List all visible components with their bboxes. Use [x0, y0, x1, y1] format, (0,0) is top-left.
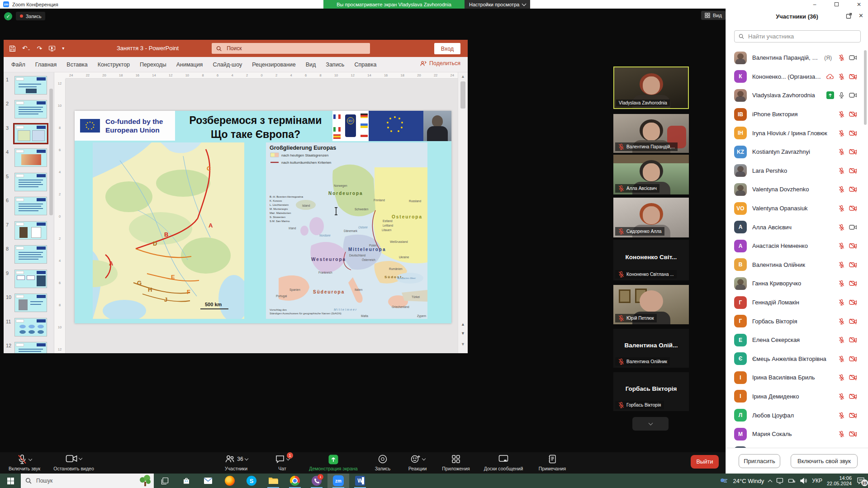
- scrollbar-thumb[interactable]: [460, 81, 465, 109]
- taskbar-app-store[interactable]: [175, 474, 197, 488]
- security-shield-icon[interactable]: ✓: [4, 12, 12, 20]
- ribbon-tab-0[interactable]: Файл: [6, 62, 30, 68]
- close-button[interactable]: ✕: [852, 0, 866, 9]
- video-tile-0[interactable]: Vladyslava Zavhorodnia: [613, 66, 689, 109]
- taskbar-app-mail[interactable]: [197, 474, 219, 488]
- screen-share-button[interactable]: Демонстрация экрана: [300, 454, 366, 473]
- participant-row[interactable]: Valentyna Dovzhenko: [726, 180, 863, 199]
- view-button[interactable]: Вид: [701, 11, 726, 20]
- ribbon-tab-8[interactable]: Вид: [301, 62, 321, 68]
- participant-row[interactable]: Lara Pershko: [726, 161, 863, 180]
- participant-row[interactable]: Г Горбась Вікторія: [726, 312, 863, 331]
- display-tray-icon[interactable]: [776, 478, 783, 484]
- taskbar-app-word[interactable]: W: [349, 474, 371, 488]
- participant-row[interactable]: Л Любов Цоуфал: [726, 406, 863, 425]
- popout-icon[interactable]: [846, 13, 852, 19]
- participant-row[interactable]: В Валентина Олійник: [726, 256, 863, 275]
- taskbar-search-box[interactable]: [21, 474, 154, 488]
- save-icon[interactable]: [9, 45, 16, 52]
- taskbar-clock[interactable]: 14:06 22.05.2024: [827, 475, 852, 487]
- ppt-search-box[interactable]: [212, 43, 370, 54]
- collapse-videos-button[interactable]: [632, 417, 669, 431]
- taskbar-app-chrome[interactable]: [284, 474, 306, 488]
- weather-label[interactable]: 24°C Windy: [733, 478, 764, 484]
- participant-row[interactable]: Vladyslava Zavhorodnia: [726, 86, 863, 105]
- participant-row[interactable]: Е Елена Секерская: [726, 331, 863, 350]
- participant-search-input[interactable]: [747, 33, 856, 40]
- next-slide-button[interactable]: ▼: [461, 331, 465, 336]
- notification-center-button[interactable]: 23: [856, 477, 865, 485]
- language-indicator[interactable]: УКР: [812, 478, 822, 484]
- notes-button[interactable]: Примечания: [532, 454, 573, 473]
- video-tile-6[interactable]: Валентина Олій...Валентина Олійник: [613, 329, 689, 368]
- participant-row[interactable]: IH Iryna Hloviuk / Ірина Гловюк: [726, 123, 863, 142]
- network-tray-icon[interactable]: [788, 478, 795, 484]
- apps-button[interactable]: Приложения: [436, 454, 476, 473]
- recording-indicator[interactable]: Запись: [16, 12, 45, 20]
- ribbon-tab-7[interactable]: Рецензирование: [247, 62, 301, 68]
- ribbon-tab-10[interactable]: Справка: [349, 62, 381, 68]
- slide-thumbnail-10[interactable]: [14, 294, 47, 312]
- participant-row[interactable]: VO Valentyna Opanasiuk: [726, 199, 863, 218]
- ppt-search-input[interactable]: [226, 45, 365, 52]
- chevron-up-icon[interactable]: [422, 457, 425, 460]
- tray-expand-icon[interactable]: [768, 479, 773, 484]
- maximize-button[interactable]: [830, 0, 843, 9]
- slide-thumbnail-2[interactable]: [14, 100, 47, 118]
- slide-thumbnail-6[interactable]: [14, 197, 47, 215]
- participant-row[interactable]: KZ Kostiantyn Zavrazhnyi: [726, 142, 863, 161]
- thumbnail-scrollbar[interactable]: [49, 89, 53, 215]
- volume-tray-icon[interactable]: [800, 478, 807, 484]
- whiteboards-button[interactable]: Доски сообщений: [478, 454, 529, 473]
- participant-row[interactable]: Г Геннадій Ломакін: [726, 293, 863, 312]
- task-view-button[interactable]: [154, 474, 175, 488]
- slide-thumbnail-4[interactable]: [14, 148, 47, 167]
- video-tile-3[interactable]: Сидоренко Алла: [613, 198, 689, 237]
- slide-thumbnail-9[interactable]: [14, 270, 47, 288]
- previous-slide-button[interactable]: ▲: [461, 322, 465, 327]
- start-slideshow-icon[interactable]: [48, 45, 56, 52]
- taskbar-search-input[interactable]: [35, 477, 112, 484]
- participant-row[interactable]: І Ірина Василівна Бриль: [726, 368, 863, 387]
- slide-thumbnail-11[interactable]: [14, 318, 47, 336]
- stop-video-button[interactable]: Остановить видео: [47, 454, 100, 473]
- video-tile-7[interactable]: Горбась ВікторіяГорбась Вікторія: [613, 372, 689, 411]
- record-button[interactable]: Запись: [369, 454, 396, 473]
- participant-row[interactable]: A Алла Авсієвич: [726, 218, 863, 237]
- reactions-button[interactable]: Реакции: [402, 454, 433, 473]
- participant-row[interactable]: A Анастасія Немненко: [726, 237, 863, 256]
- ribbon-tab-3[interactable]: Конструктор: [93, 62, 135, 68]
- leave-button[interactable]: Выйти: [691, 455, 719, 469]
- chevron-up-icon[interactable]: [28, 457, 32, 461]
- slide-thumbnail-1[interactable]: [14, 76, 47, 95]
- unmute-self-button[interactable]: Включить свой звук: [791, 454, 858, 468]
- ribbon-tab-6[interactable]: Слайд-шоу: [208, 62, 247, 68]
- taskbar-app-viber[interactable]: 1: [306, 474, 327, 488]
- view-settings-button[interactable]: Настройки просмотра: [465, 0, 530, 9]
- ribbon-tab-4[interactable]: Переходы: [135, 62, 171, 68]
- chevron-up-icon[interactable]: [244, 457, 248, 460]
- video-tile-2[interactable]: Алла Авсієвич: [613, 155, 689, 194]
- taskbar-app-zoom[interactable]: zm: [327, 474, 349, 488]
- slide-thumbnail-3[interactable]: [14, 124, 47, 143]
- ribbon-tab-2[interactable]: Вставка: [62, 62, 92, 68]
- slide-thumbnail-7[interactable]: [14, 221, 47, 240]
- invite-button[interactable]: Пригласить: [739, 454, 780, 468]
- participant-row[interactable]: І Ірина Демиденко: [726, 387, 863, 406]
- ppt-scrollbar[interactable]: ▲ ▲ ▼ ▼: [458, 72, 468, 353]
- close-panel-icon[interactable]: ✕: [859, 13, 863, 19]
- ribbon-tab-1[interactable]: Главная: [30, 62, 62, 68]
- ppt-signin-button[interactable]: Вход: [434, 43, 460, 54]
- unmute-button[interactable]: Включить звук: [3, 454, 46, 473]
- participant-search-box[interactable]: [734, 30, 861, 43]
- participants-scrollbar[interactable]: [864, 50, 867, 125]
- chat-button[interactable]: 1 Чат: [269, 454, 296, 473]
- taskbar-app-firefox[interactable]: [219, 474, 241, 488]
- minimize-button[interactable]: –: [808, 0, 821, 9]
- undo-button[interactable]: ↶⌄: [22, 45, 30, 52]
- participant-row[interactable]: IB iPhone Виктория: [726, 105, 863, 124]
- video-tile-5[interactable]: Юрій Петлюк: [613, 285, 689, 324]
- slide-canvas[interactable]: Co-funded by the European Union Розберем…: [75, 111, 451, 323]
- redo-button[interactable]: ↷: [37, 45, 42, 52]
- participant-row[interactable]: Ганна Криворучко: [726, 274, 863, 293]
